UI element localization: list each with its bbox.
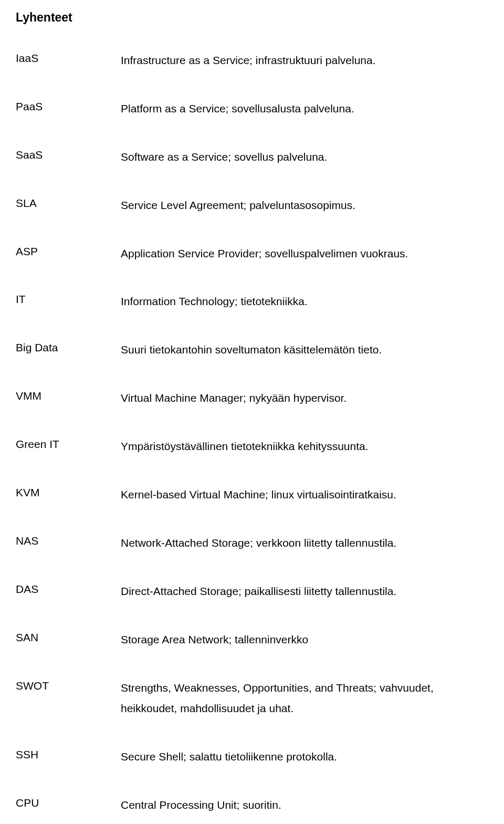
term-label: SWOT: [16, 677, 121, 694]
definition-item: SSHSecure Shell; salattu tietoliikenne p…: [16, 746, 488, 767]
definition-text: Secure Shell; salattu tietoliikenne prot…: [121, 746, 488, 767]
definition-text: Ympäristöystävällinen tietotekniikka keh…: [121, 436, 488, 457]
term-label: VMM: [16, 388, 121, 404]
definition-item: SLAService Level Agreement; palveluntaso…: [16, 195, 488, 216]
definition-item: ITInformation Technology; tietotekniikka…: [16, 291, 488, 312]
definition-item: SWOTStrengths, Weaknesses, Opportunities…: [16, 677, 488, 719]
definition-text: Network-Attached Storage; verkkoon liite…: [121, 533, 488, 554]
definition-text: Software as a Service; sovellus palvelun…: [121, 147, 488, 168]
term-label: SLA: [16, 195, 121, 212]
definition-item: Big DataSuuri tietokantohin soveltumaton…: [16, 339, 488, 360]
definition-item: SANStorage Area Network; tallenninverkko: [16, 629, 488, 650]
definitions-list: IaaSInfrastructure as a Service; infrast…: [16, 50, 488, 824]
definition-item: IaaSInfrastructure as a Service; infrast…: [16, 50, 488, 71]
definition-text: Storage Area Network; tallenninverkko: [121, 629, 488, 650]
term-label: KVM: [16, 484, 121, 501]
definition-text: Information Technology; tietotekniikka.: [121, 291, 488, 312]
definition-text: Application Service Provider; sovelluspa…: [121, 243, 488, 264]
definition-text: Infrastructure as a Service; infrastrukt…: [121, 50, 488, 71]
definition-text: Suuri tietokantohin soveltumaton käsitte…: [121, 339, 488, 360]
term-label: CPU: [16, 795, 121, 811]
term-label: NAS: [16, 533, 121, 549]
definition-text: Direct-Attached Storage; paikallisesti l…: [121, 581, 488, 602]
definition-text: Strengths, Weaknesses, Opportunities, an…: [121, 677, 488, 719]
page-title: Lyhenteet: [16, 11, 488, 25]
definition-item: CPUCentral Processing Unit; suoritin.: [16, 795, 488, 816]
term-label: Green IT: [16, 436, 121, 453]
term-label: SSH: [16, 746, 121, 763]
term-label: IT: [16, 291, 121, 308]
definition-item: ASPApplication Service Provider; sovellu…: [16, 243, 488, 264]
term-label: DAS: [16, 581, 121, 598]
definition-item: KVMKernel-based Virtual Machine; linux v…: [16, 484, 488, 505]
definition-item: PaaSPlatform as a Service; sovellusalust…: [16, 98, 488, 119]
term-label: IaaS: [16, 50, 121, 67]
definition-item: SaaSSoftware as a Service; sovellus palv…: [16, 147, 488, 168]
term-label: SAN: [16, 629, 121, 646]
term-label: SaaS: [16, 147, 121, 163]
definition-text: Central Processing Unit; suoritin.: [121, 795, 488, 816]
term-label: ASP: [16, 243, 121, 260]
definition-text: Platform as a Service; sovellusalusta pa…: [121, 98, 488, 119]
definition-text: Virtual Machine Manager; nykyään hypervi…: [121, 388, 488, 409]
definition-item: NASNetwork-Attached Storage; verkkoon li…: [16, 533, 488, 554]
definition-item: DASDirect-Attached Storage; paikallisest…: [16, 581, 488, 602]
definition-text: Kernel-based Virtual Machine; linux virt…: [121, 484, 488, 505]
definition-item: Green ITYmpäristöystävällinen tietotekni…: [16, 436, 488, 457]
term-label: Big Data: [16, 339, 121, 356]
definition-item: VMMVirtual Machine Manager; nykyään hype…: [16, 388, 488, 409]
definition-text: Service Level Agreement; palveluntasosop…: [121, 195, 488, 216]
term-label: PaaS: [16, 98, 121, 115]
